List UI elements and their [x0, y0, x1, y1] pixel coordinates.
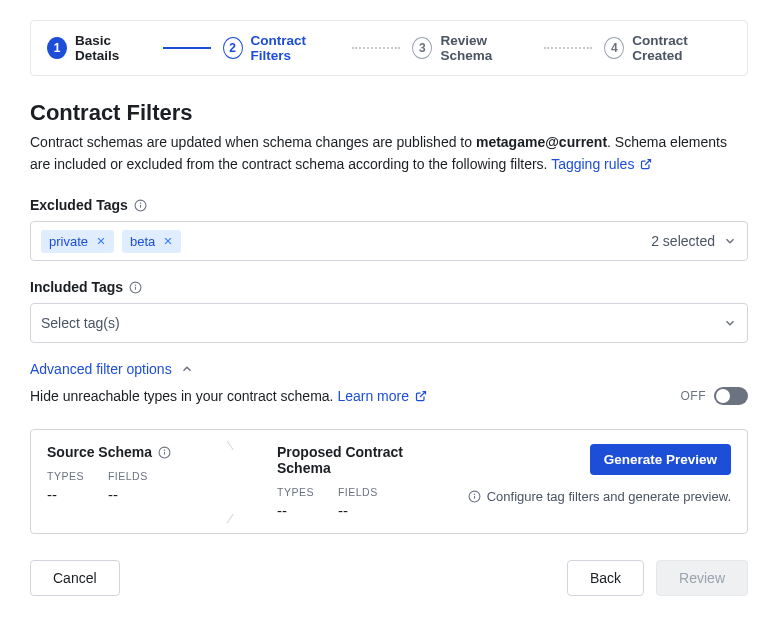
learn-more-link[interactable]: Learn more [337, 388, 426, 404]
generate-preview-button[interactable]: Generate Preview [590, 444, 731, 475]
info-icon[interactable] [134, 199, 147, 212]
excluded-tag-chips: private beta [41, 230, 651, 253]
source-types-stat: TYPES -- [47, 470, 84, 503]
step-label-1: Basic Details [75, 33, 151, 63]
proposed-fields-value: -- [338, 502, 378, 519]
tagging-rules-link[interactable]: Tagging rules [551, 156, 652, 172]
chevron-up-icon [180, 362, 194, 376]
generate-hint-text: Configure tag filters and generate previ… [487, 489, 731, 504]
step-number-4: 4 [604, 37, 624, 59]
step-review-schema[interactable]: 3 Review Schema [412, 33, 532, 63]
proposed-types-value: -- [277, 502, 314, 519]
proposed-schema-title: Proposed Contract Schema [277, 444, 457, 476]
source-fields-stat: FIELDS -- [108, 470, 148, 503]
included-tags-text: Included Tags [30, 279, 123, 295]
learn-more-label: Learn more [337, 388, 409, 404]
remove-tag-icon[interactable] [96, 236, 106, 246]
source-schema-title: Source Schema [47, 444, 227, 460]
advanced-filter-toggle[interactable]: Advanced filter options [30, 361, 194, 377]
back-button[interactable]: Back [567, 560, 644, 596]
tag-chip-beta: beta [122, 230, 181, 253]
source-fields-value: -- [108, 486, 148, 503]
step-connector [352, 47, 400, 49]
fields-label: FIELDS [338, 486, 378, 498]
remove-tag-icon[interactable] [163, 236, 173, 246]
advanced-toggle-label: Advanced filter options [30, 361, 172, 377]
step-number-2: 2 [223, 37, 243, 59]
included-tags-label: Included Tags [30, 279, 748, 295]
excluded-tags-summary: 2 selected [651, 233, 715, 249]
svg-point-2 [140, 203, 141, 204]
review-button[interactable]: Review [656, 560, 748, 596]
generate-column: Generate Preview Configure tag filters a… [467, 444, 731, 504]
excluded-tags-text: Excluded Tags [30, 197, 128, 213]
tag-chip-private: private [41, 230, 114, 253]
proposed-fields-stat: FIELDS -- [338, 486, 378, 519]
included-tags-placeholder: Select tag(s) [41, 315, 723, 331]
chevron-down-icon [723, 234, 737, 248]
types-label: TYPES [277, 486, 314, 498]
proposed-types-stat: TYPES -- [277, 486, 314, 519]
hide-text: Hide unreachable types in your contract … [30, 388, 337, 404]
source-types-value: -- [47, 486, 84, 503]
toggle-switch[interactable] [714, 387, 748, 405]
tagging-rules-label: Tagging rules [551, 156, 634, 172]
fields-label: FIELDS [108, 470, 148, 482]
step-contract-created[interactable]: 4 Contract Created [604, 33, 731, 63]
source-schema-column: Source Schema TYPES -- FIELDS -- [47, 444, 227, 503]
cancel-button[interactable]: Cancel [30, 560, 120, 596]
chip-label: private [49, 234, 88, 249]
schema-preview-card: Source Schema TYPES -- FIELDS -- Propose… [30, 429, 748, 534]
footer-buttons: Cancel Back Review [30, 560, 748, 596]
excluded-tags-select[interactable]: private beta 2 selected [30, 221, 748, 261]
types-label: TYPES [47, 470, 84, 482]
schema-arrow-notch [227, 430, 245, 533]
svg-point-9 [135, 285, 136, 286]
toggle-state-label: OFF [681, 389, 707, 403]
hide-unreachable-row: Hide unreachable types in your contract … [30, 387, 748, 405]
chip-label: beta [130, 234, 155, 249]
included-tags-select[interactable]: Select tag(s) [30, 303, 748, 343]
step-number-1: 1 [47, 37, 67, 59]
wizard-stepper: 1 Basic Details 2 Contract Filters 3 Rev… [30, 20, 748, 76]
external-link-icon [638, 156, 652, 172]
step-label-2: Contract Filters [251, 33, 341, 63]
step-label-3: Review Schema [440, 33, 532, 63]
external-link-icon [413, 388, 427, 404]
info-icon[interactable] [158, 446, 171, 459]
step-connector [544, 47, 592, 49]
step-label-4: Contract Created [632, 33, 731, 63]
subtitle-target: metagame@current [476, 134, 607, 150]
proposed-schema-column: Proposed Contract Schema TYPES -- FIELDS… [277, 444, 457, 519]
step-contract-filters[interactable]: 2 Contract Filters [223, 33, 341, 63]
source-title-text: Source Schema [47, 444, 152, 460]
step-connector [163, 47, 211, 49]
excluded-tags-label: Excluded Tags [30, 197, 748, 213]
page-subtitle: Contract schemas are updated when schema… [30, 132, 748, 175]
svg-point-15 [474, 494, 475, 495]
hide-unreachable-text: Hide unreachable types in your contract … [30, 388, 427, 404]
hide-unreachable-toggle[interactable]: OFF [681, 387, 749, 405]
step-number-3: 3 [412, 37, 432, 59]
info-icon [468, 490, 481, 503]
page-title: Contract Filters [30, 100, 748, 126]
svg-point-12 [164, 450, 165, 451]
step-basic-details[interactable]: 1 Basic Details [47, 33, 151, 63]
info-icon[interactable] [129, 281, 142, 294]
generate-hint: Configure tag filters and generate previ… [467, 489, 731, 504]
chevron-down-icon [723, 316, 737, 330]
subtitle-pre: Contract schemas are updated when schema… [30, 134, 476, 150]
